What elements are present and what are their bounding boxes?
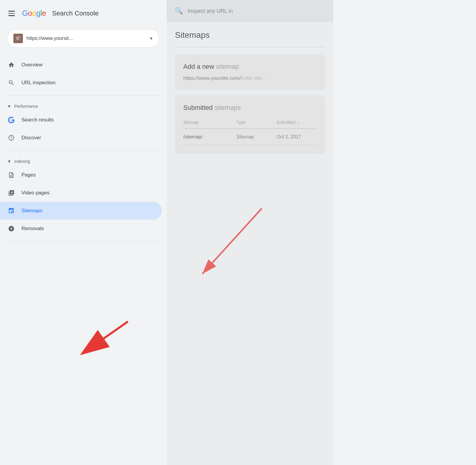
nav-item-discover[interactable]: Discover bbox=[0, 129, 162, 147]
cell-submitted-date: Oct 2, 2017 bbox=[277, 134, 317, 140]
submitted-sitemaps-table: Sitemap Type Submitted ↓ /sitemap/ Sitem… bbox=[183, 116, 317, 145]
submitted-card-title: Submitted sitemaps bbox=[183, 104, 317, 112]
svg-rect-3 bbox=[16, 39, 20, 40]
chevron-down-icon: ▼ bbox=[7, 104, 11, 109]
video-pages-label: Video pages bbox=[21, 190, 49, 196]
sort-icon: ↓ bbox=[297, 120, 299, 125]
sitemap-input-row: https://www.yoursite.com/ Enter site... bbox=[183, 75, 317, 81]
sitemap-base-url: https://www.yoursite.com/ bbox=[183, 75, 241, 81]
app-title: Search Console bbox=[52, 10, 99, 17]
site-favicon bbox=[13, 34, 23, 43]
site-selector[interactable]: https://www.yoursit... ▼ bbox=[7, 29, 159, 48]
nav-item-video-pages[interactable]: Video pages bbox=[0, 184, 162, 202]
search-icon bbox=[7, 79, 15, 87]
svg-rect-1 bbox=[16, 37, 20, 38]
discover-label: Discover bbox=[21, 135, 41, 141]
sitemaps-label: Sitemaps bbox=[21, 208, 43, 214]
search-icon-main: 🔍 bbox=[175, 7, 183, 15]
removals-label: Removals bbox=[21, 226, 44, 232]
col-header-type: Type bbox=[237, 120, 276, 125]
top-search-bar: 🔍 Inspect any URL in bbox=[167, 0, 333, 22]
menu-button[interactable] bbox=[6, 8, 17, 18]
overview-label: Overview bbox=[21, 62, 43, 68]
sitemap-input[interactable]: Enter site... bbox=[241, 75, 266, 81]
pages-icon bbox=[7, 171, 15, 179]
indexing-section-label: ▼ Indexing bbox=[0, 154, 167, 166]
divider-1 bbox=[7, 95, 159, 96]
performance-section-label: ▼ Performance bbox=[0, 99, 167, 111]
nav-item-url-inspection[interactable]: URL inspection bbox=[0, 74, 162, 92]
submitted-card-title-light: sitemaps bbox=[214, 104, 241, 111]
nav-item-removals[interactable]: Removals bbox=[0, 220, 162, 238]
col-header-sitemap: Sitemap bbox=[183, 120, 237, 125]
discover-icon bbox=[7, 134, 15, 142]
divider-2 bbox=[7, 150, 159, 151]
table-row: /sitemap/ Sitemap Oct 2, 2017 bbox=[183, 129, 317, 145]
dropdown-arrow-icon: ▼ bbox=[149, 36, 153, 41]
removals-icon bbox=[7, 224, 15, 233]
url-inspection-label: URL inspection bbox=[21, 80, 56, 86]
divider-3 bbox=[7, 241, 159, 241]
video-icon bbox=[7, 189, 15, 197]
nav-item-overview[interactable]: Overview bbox=[0, 56, 162, 74]
main-content: 🔍 Inspect any URL in Sitemaps Add a new … bbox=[167, 0, 333, 465]
sitemaps-icon bbox=[7, 207, 15, 215]
home-icon bbox=[7, 61, 15, 69]
table-header-row: Sitemap Type Submitted ↓ bbox=[183, 116, 317, 129]
nav-item-search-results[interactable]: Search results bbox=[0, 111, 162, 129]
google-logo: Google bbox=[22, 9, 46, 18]
svg-line-5 bbox=[202, 208, 262, 274]
content-area: Sitemaps Add a new sitemap https://www.y… bbox=[167, 22, 333, 168]
page-title: Sitemaps bbox=[175, 30, 325, 40]
nav-item-pages[interactable]: Pages bbox=[0, 166, 162, 184]
cell-sitemap-path: /sitemap/ bbox=[183, 134, 237, 140]
svg-rect-2 bbox=[16, 38, 19, 39]
add-sitemap-card: Add a new sitemap https://www.yoursite.c… bbox=[175, 54, 325, 90]
chevron-down-icon-2: ▼ bbox=[7, 159, 11, 164]
google-g-icon bbox=[7, 116, 15, 124]
sidebar-header: Google Search Console bbox=[0, 0, 167, 27]
site-url: https://www.yoursit... bbox=[26, 35, 145, 41]
submitted-sitemaps-card: Submitted sitemaps Sitemap Type Submitte… bbox=[175, 96, 325, 154]
pages-label: Pages bbox=[21, 172, 36, 178]
title-divider bbox=[175, 47, 325, 47]
cell-sitemap-type: Sitemap bbox=[237, 134, 276, 140]
search-results-label: Search results bbox=[21, 117, 54, 123]
sidebar: Google Search Console https://www.yoursi… bbox=[0, 0, 167, 465]
col-header-submitted: Submitted ↓ bbox=[277, 120, 317, 125]
add-sitemap-card-title: Add a new sitemap bbox=[183, 63, 317, 71]
nav-item-sitemaps[interactable]: Sitemaps bbox=[0, 202, 162, 220]
search-bar-placeholder[interactable]: Inspect any URL in bbox=[188, 8, 233, 14]
